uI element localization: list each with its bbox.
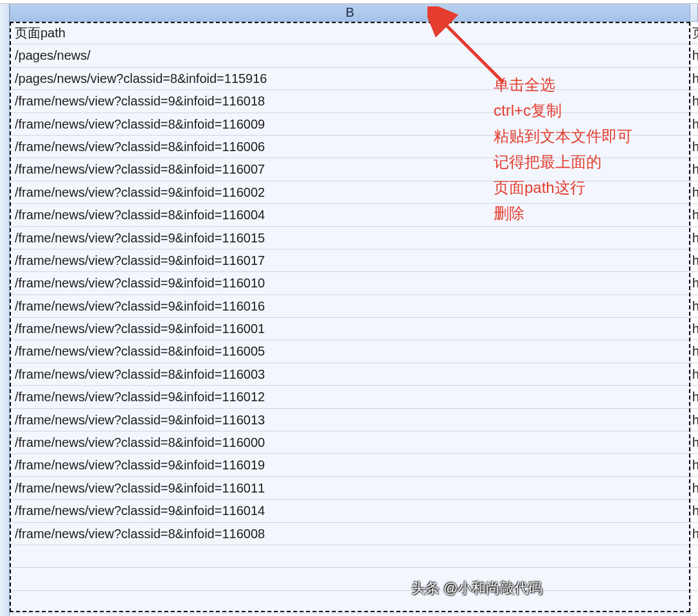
cell[interactable]: h (691, 318, 698, 340)
cell[interactable] (10, 568, 690, 590)
cell[interactable]: h (691, 340, 698, 363)
cell[interactable]: h (691, 158, 698, 181)
cell[interactable]: 页 (691, 22, 698, 44)
cell[interactable]: h (691, 409, 698, 431)
cell[interactable]: /frame/news/view?classid=9&infoid=116017 (10, 249, 690, 272)
cell[interactable]: /pages/news/ (10, 44, 690, 67)
cell[interactable]: /frame/news/view?classid=9&infoid=116011 (10, 477, 690, 500)
cell[interactable]: /frame/news/view?classid=8&infoid=116006 (10, 136, 690, 158)
cell[interactable]: /frame/news/view?classid=9&infoid=116002 (10, 181, 690, 204)
cell[interactable]: /frame/news/view?classid=9&infoid=116014 (10, 500, 690, 522)
cell[interactable]: /pages/news/view?classid=8&infoid=115916 (10, 68, 690, 90)
cell[interactable]: h (691, 454, 698, 476)
cell[interactable] (691, 545, 698, 568)
cell[interactable] (691, 568, 698, 590)
cell[interactable]: h (691, 523, 698, 545)
cell[interactable]: h (691, 113, 698, 136)
cell[interactable]: /frame/news/view?classid=9&infoid=116015 (10, 227, 690, 249)
cell[interactable]: /frame/news/view?classid=9&infoid=116019 (10, 454, 690, 476)
cell[interactable]: /frame/news/view?classid=8&infoid=116008 (10, 523, 690, 545)
cell[interactable]: /frame/news/view?classid=9&infoid=116001 (10, 318, 690, 340)
cell[interactable]: h (691, 204, 698, 226)
cell[interactable]: /frame/news/view?classid=9&infoid=116010 (10, 272, 690, 294)
cell[interactable]: h (691, 500, 698, 522)
cell[interactable] (691, 613, 698, 616)
cell[interactable] (10, 545, 690, 568)
cell[interactable]: h (691, 295, 698, 318)
cell[interactable]: h (691, 227, 698, 249)
cell[interactable]: /frame/news/view?classid=9&infoid=116012 (10, 386, 690, 408)
cell[interactable]: h (691, 136, 698, 158)
cell[interactable] (10, 613, 690, 616)
cell[interactable]: /frame/news/view?classid=8&infoid=116003 (10, 363, 690, 386)
next-column-cells[interactable]: 页hhhhhhhhhhhhhhhhhhhhhh (690, 22, 698, 616)
cell[interactable]: h (691, 272, 698, 294)
cell[interactable]: /frame/news/view?classid=9&infoid=116018 (10, 90, 690, 113)
cell[interactable]: h (691, 44, 698, 67)
cell[interactable]: h (691, 90, 698, 113)
cell[interactable]: /frame/news/view?classid=8&infoid=116004 (10, 204, 690, 226)
cell[interactable]: h (691, 363, 698, 386)
cell[interactable] (10, 591, 690, 613)
cell[interactable]: h (691, 386, 698, 408)
cell[interactable]: h (691, 249, 698, 272)
cell[interactable]: h (691, 181, 698, 204)
cell[interactable]: /frame/news/view?classid=8&infoid=116007 (10, 158, 690, 181)
cell[interactable]: h (691, 68, 698, 90)
cell[interactable]: /frame/news/view?classid=9&infoid=116013 (10, 409, 690, 431)
cell[interactable]: /frame/news/view?classid=8&infoid=116005 (10, 340, 690, 363)
cell[interactable]: 页面path (10, 22, 690, 44)
column-header-b[interactable]: B (10, 4, 690, 21)
cell[interactable]: /frame/news/view?classid=8&infoid=116009 (10, 113, 690, 136)
cell[interactable]: h (691, 431, 698, 454)
cell[interactable]: /frame/news/view?classid=9&infoid=116016 (10, 295, 690, 318)
cell[interactable]: /frame/news/view?classid=8&infoid=116000 (10, 431, 690, 454)
spreadsheet-grid[interactable]: 页面path/pages/news//pages/news/view?class… (10, 22, 698, 616)
column-header-next[interactable] (690, 4, 698, 21)
cell[interactable]: h (691, 477, 698, 500)
cell[interactable] (691, 591, 698, 613)
